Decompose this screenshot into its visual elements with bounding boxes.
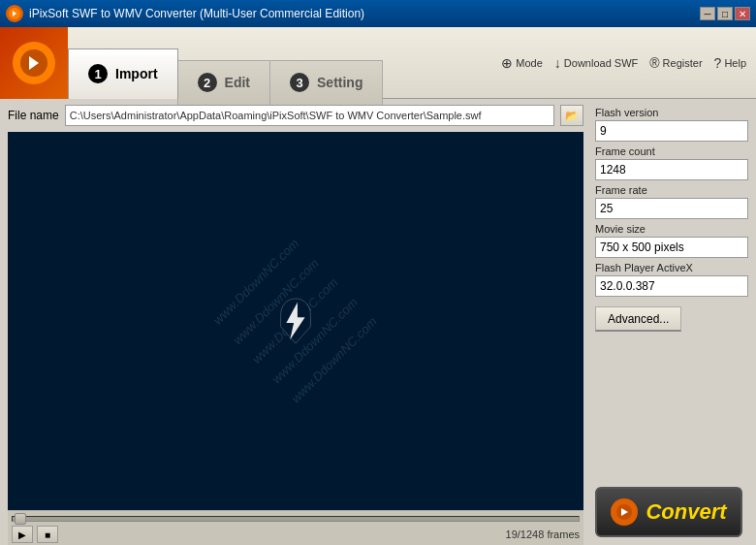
mode-icon: ⊕ (501, 55, 513, 71)
mode-label: Mode (516, 57, 543, 69)
maximize-button[interactable]: □ (717, 7, 733, 20)
title-bar-left: iPixSoft SWF to WMV Converter (Multi-Use… (6, 5, 364, 22)
frame-count-label: Frame count (595, 145, 748, 157)
app-icon (6, 5, 23, 22)
tab-edit-label: Edit (225, 75, 250, 90)
frame-rate-group: Frame rate (595, 184, 748, 219)
register-icon: ® (649, 55, 659, 71)
play-buttons: ▶ ■ (12, 526, 58, 543)
convert-button-area: Convert (595, 479, 748, 537)
app-title: iPixSoft SWF to WMV Converter (Multi-Use… (29, 7, 364, 20)
flash-player-group: Flash Player ActiveX (595, 262, 748, 297)
convert-label: Convert (646, 499, 726, 525)
tab-num-edit: 2 (198, 73, 217, 92)
frame-count-input[interactable] (595, 159, 748, 180)
minimize-button[interactable]: ─ (700, 7, 715, 20)
tab-num-import: 1 (88, 64, 108, 83)
register-label: Register (663, 57, 703, 69)
tab-import[interactable]: 1 Import (68, 48, 178, 99)
file-name-input[interactable] (65, 105, 554, 126)
close-button[interactable]: ✕ (735, 7, 750, 20)
flash-player-label: Flash Player ActiveX (595, 262, 748, 273)
flash-logo-icon (276, 297, 315, 345)
preview-area: www.DdownNC.com www.DdownNC.com www.Ddow… (8, 132, 583, 510)
frame-count-group: Frame count (595, 145, 748, 180)
help-icon: ? (714, 55, 722, 71)
flash-version-group: Flash version (595, 107, 748, 142)
help-button[interactable]: ? Help (714, 55, 746, 71)
logo-area (0, 27, 68, 99)
toolbar: 1 Import 2 Edit 3 Setting ⊕ Mode ↓ Downl… (0, 27, 756, 99)
tab-edit[interactable]: 2 Edit (177, 60, 270, 105)
help-label: Help (724, 57, 746, 69)
left-panel: File name 📂 www.DdownNC.com www.DdownNC.… (0, 99, 591, 545)
flash-version-label: Flash version (595, 107, 748, 118)
movie-size-input[interactable] (595, 237, 748, 258)
browse-icon: 📂 (565, 110, 579, 122)
play-button[interactable]: ▶ (12, 526, 33, 543)
tabs-area: 1 Import 2 Edit 3 Setting (68, 27, 501, 99)
browse-button[interactable]: 📂 (560, 105, 583, 126)
flash-version-input[interactable] (595, 120, 748, 142)
frame-rate-input[interactable] (595, 198, 748, 219)
movie-size-label: Movie size (595, 223, 748, 235)
mode-button[interactable]: ⊕ Mode (501, 55, 543, 71)
register-button[interactable]: ® Register (649, 55, 702, 71)
title-bar: iPixSoft SWF to WMV Converter (Multi-Use… (0, 0, 756, 27)
flash-player-input[interactable] (595, 275, 748, 297)
download-swf-button[interactable]: ↓ Download SWF (554, 55, 638, 71)
main-content: File name 📂 www.DdownNC.com www.DdownNC.… (0, 99, 756, 545)
download-label: Download SWF (564, 57, 638, 69)
playback-controls: ▶ ■ 19/1248 frames (8, 510, 583, 545)
tab-setting-label: Setting (317, 75, 362, 90)
controls-row: ▶ ■ 19/1248 frames (12, 524, 580, 543)
seek-bar-container (12, 513, 580, 524)
stop-button[interactable]: ■ (37, 526, 58, 543)
convert-button[interactable]: Convert (595, 487, 742, 537)
frame-info: 19/1248 frames (506, 529, 580, 540)
frame-rate-label: Frame rate (595, 184, 748, 196)
window-controls: ─ □ ✕ (700, 7, 750, 20)
tab-setting[interactable]: 3 Setting (269, 60, 383, 105)
logo-icon (13, 42, 55, 84)
tab-import-label: Import (115, 66, 158, 81)
download-icon: ↓ (554, 55, 561, 71)
seek-thumb[interactable] (15, 513, 26, 525)
file-name-label: File name (8, 109, 59, 122)
advanced-button[interactable]: Advanced... (595, 306, 681, 332)
file-row: File name 📂 (8, 105, 583, 126)
convert-icon (611, 498, 638, 526)
tab-num-setting: 3 (290, 73, 309, 92)
toolbar-actions: ⊕ Mode ↓ Download SWF ® Register ? Help (501, 55, 756, 71)
movie-size-group: Movie size (595, 223, 748, 258)
seek-bar-track[interactable] (12, 516, 580, 522)
right-panel: Flash version Frame count Frame rate Mov… (591, 99, 756, 545)
